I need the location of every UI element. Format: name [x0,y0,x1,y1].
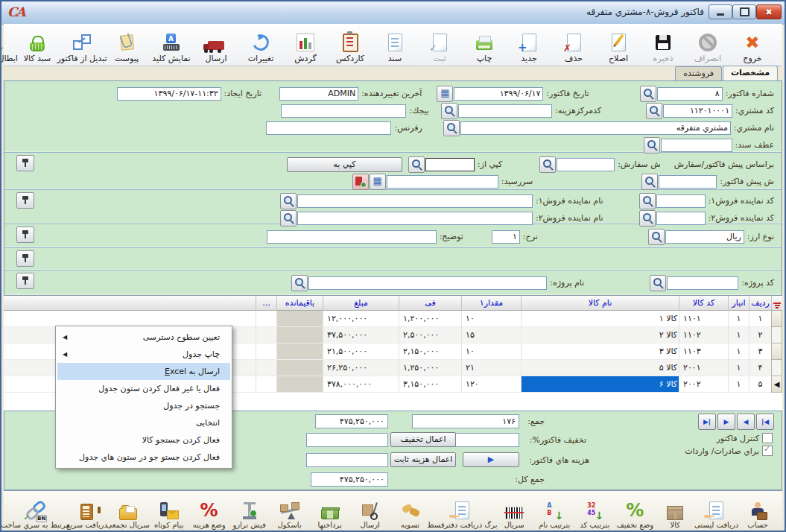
due-date-calendar-icon[interactable]: ▦ [370,174,386,190]
discount-percent-input[interactable] [455,433,519,447]
toolbar-button-account[interactable]: حساب [738,492,778,529]
cell-warehouse[interactable]: ۱ [728,311,749,327]
column-header-item-name[interactable]: نام کالا [521,296,679,311]
invoice-costs-expand-button[interactable]: ▶ [463,452,519,467]
reference-input[interactable] [266,121,391,135]
toolbar-button-discount-status[interactable]: %وضع تخفیف [615,492,655,529]
cell-item-code[interactable]: ۲۰۰۲ [679,376,728,393]
cell-remaining[interactable] [276,376,323,393]
toolbar-button-sort-by-name[interactable]: AB↓بترتیب نام [534,492,574,529]
toolbar-button-installment-sheet[interactable]: برگ دریافت دفترقسط [431,492,495,529]
cell-remaining[interactable] [276,311,323,327]
tab-specifications[interactable]: مشخصات [723,66,778,80]
row-header[interactable] [771,343,782,360]
menu-item-export-excel[interactable]: ارسال به Excel [57,363,230,380]
nav-prev-icon[interactable]: ◀ [737,414,755,430]
cell-quantity[interactable]: ۱۰ [461,343,521,360]
cell-amount[interactable]: ۱۲,۰۰۰,۰۰۰ [323,311,399,327]
cell-row-no[interactable]: ۱ [749,311,771,327]
invoice-control-checkbox[interactable]: کنترل فاکتور [716,433,773,443]
toolbar-button-batch-serial[interactable]: سریال تجمعی [107,492,149,529]
cell-quantity[interactable]: ۱۲۰ [461,376,521,393]
toolbar-button-settlement[interactable]: تسویه [390,492,431,529]
cell-item-code[interactable]: ۲۰۰۱ [679,360,728,376]
rep1-code-search-icon[interactable] [639,193,656,209]
toolbar-button-attachment[interactable]: پیوست [104,25,149,63]
toolbar-button-list-receive[interactable]: دریافت لیستی [695,492,738,529]
toolbar-button-sms[interactable]: پیام کوتاه [149,492,189,529]
row-header[interactable] [771,327,782,343]
toolbar-button-production-batch-link[interactable]: ✓مرتبط به سري ساخت [4,492,67,529]
export-import-checkbox-box[interactable] [762,446,773,456]
toolbar-button-kardex[interactable]: کاردکس [328,25,373,63]
project-code-search-icon[interactable] [650,275,666,291]
row-header[interactable] [771,360,782,376]
due-date-installment-icon[interactable] [352,174,369,190]
cell-amount[interactable]: ۲۱,۵۰۰,۰۰۰ [323,343,399,360]
toolbar-button-new[interactable]: +جدید [507,25,551,63]
column-header-warehouse[interactable]: انبار [728,296,749,311]
menu-item-selective[interactable]: انتخابی [57,414,230,431]
menu-item-enable-column-search[interactable]: فعال کردن جستو جو در ستون هاي جدول [57,449,230,466]
column-header-unit-price[interactable]: فی [399,296,461,311]
toolbar-button-convert-invoice[interactable]: تبدیل از فاکتور [60,25,104,63]
toolbar-button-voucher[interactable]: سند [373,25,417,63]
cell-remaining[interactable] [276,343,323,360]
cell-row-no[interactable]: ۲ [749,327,771,343]
pin-project-section-icon[interactable] [16,273,34,289]
column-header-remaining[interactable]: باقیمانده [276,296,323,311]
cell-item-name-selected[interactable]: کالا ۶ [521,376,679,393]
invoice-date-input[interactable]: ۱۳۹۹/۰۶/۱۷ [454,87,543,101]
cell-row-no[interactable]: ۳ [749,343,771,360]
column-header-row-no[interactable]: ردیف [749,296,771,311]
table-row[interactable]: ۱ ۱ ۱۱۰۱ کالا ۱ ۱۰ ۱,۲۰۰,۰۰۰ ۱۲,۰۰۰,۰۰۰ [4,311,782,327]
cell-item-code[interactable]: ۱۱۰۳ [679,343,728,360]
current-row-pointer-icon[interactable]: ◀ [771,376,782,393]
toolbar-button-quick-receive[interactable]: دریافت سریع [67,492,107,529]
rep1-name-input[interactable] [297,194,533,208]
toolbar-button-void-inprogress[interactable]: ✓ابطال/درجریان [0,25,15,63]
cell-row-no[interactable]: ۴ [749,360,771,376]
cell-item-name[interactable]: کالا ۱ [521,311,679,327]
rep2-name-input[interactable] [297,212,533,225]
column-header-item-code[interactable]: کد کالا [679,296,728,311]
apply-fixed-cost-button[interactable]: اعمال هزینه ثابت [390,452,456,467]
cell-more[interactable] [256,360,276,376]
tab-seller[interactable]: فروشنده [675,66,722,80]
cell-warehouse[interactable]: ۱ [728,376,749,393]
rep1-name-search-icon[interactable] [280,193,297,209]
project-code-input[interactable] [667,276,738,290]
cell-amount[interactable]: ۲۶,۲۵۰,۰۰۰ [323,360,399,376]
nav-next-icon[interactable]: ▶ [717,414,735,430]
menu-item-enable-item-search[interactable]: فعال کردن جستجو کالا [57,431,230,449]
customer-name-search-icon[interactable] [443,120,460,136]
cell-item-name[interactable]: کالا ۵ [521,360,679,376]
menu-item-toggle-columns[interactable]: فعال یا غیر فعال کردن ستون جدول [57,380,230,397]
toolbar-button-sort-by-code[interactable]: 3245↓بترتیب کد [574,492,615,529]
toolbar-button-dispatch[interactable]: ارسال [350,492,390,529]
currency-search-icon[interactable] [648,229,665,245]
doc-ref-search-icon[interactable] [644,137,660,153]
toolbar-button-serial[interactable]: سریال [494,492,534,529]
cell-warehouse[interactable]: ۱ [728,343,749,360]
minimize-button[interactable] [709,4,732,19]
cell-item-name[interactable]: کالا ۳ [521,343,679,360]
cell-unit-price[interactable]: ۳,۱۵۰,۰۰۰ [399,376,461,393]
proforma-number-search-icon[interactable] [641,174,658,190]
toolbar-button-save[interactable]: ذخیره [641,25,685,63]
toolbar-button-cost-status[interactable]: %وضع هزینه [189,492,229,529]
cell-more[interactable] [256,343,276,360]
cell-unit-price[interactable]: ۲,۱۵۰,۰۰۰ [399,343,461,360]
copy-from-search-icon[interactable] [408,156,425,173]
cell-more[interactable] [256,311,276,327]
pin-currency-section-icon[interactable] [16,227,34,243]
rep1-code-input[interactable] [656,194,706,208]
toolbar-button-edit[interactable]: اصلاح [596,25,641,63]
rep2-code-input[interactable] [656,212,706,225]
nav-first-icon[interactable]: |◀ [756,414,774,430]
cell-warehouse[interactable]: ۱ [728,327,749,343]
last-editor-input[interactable]: ADMIN [279,87,358,101]
copy-from-input[interactable] [425,158,475,171]
cell-item-code[interactable]: ۱۱۰۱ [679,311,728,327]
column-header-quantity[interactable]: مقدار۱ [461,296,521,311]
